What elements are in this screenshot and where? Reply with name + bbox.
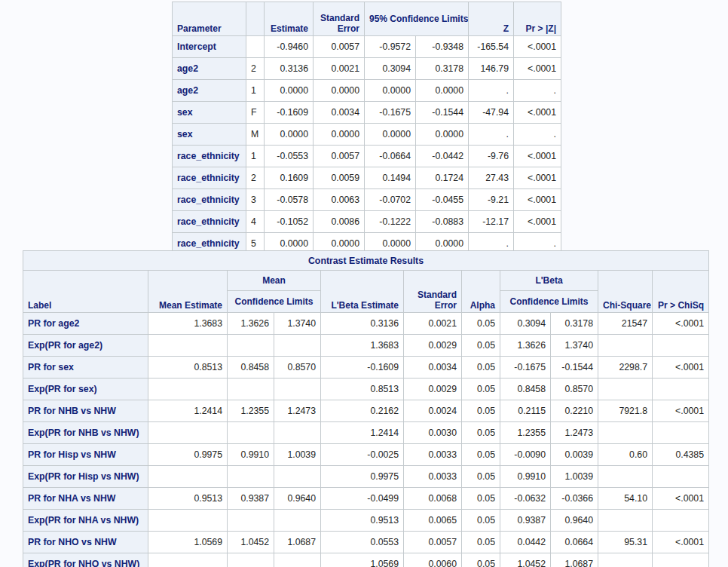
cell-estimate: 0.0000 <box>265 80 314 102</box>
table-header-group-row: Label Mean Estimate Mean L'Beta Estimate… <box>23 271 709 291</box>
cell-stderr: 0.0057 <box>314 146 365 167</box>
cell-mean_est <box>148 553 228 567</box>
cell-cl2: -0.0883 <box>416 211 469 233</box>
cell-stderr: 0.0029 <box>404 379 462 400</box>
cell-chisq: 95.31 <box>598 532 653 553</box>
cell-mean_est: 1.0569 <box>148 532 228 553</box>
cell-mcl1: 0.9910 <box>228 444 274 466</box>
cell-mcl2 <box>274 553 321 567</box>
cell-label: Exp(PR for NHO vs NHW) <box>23 553 148 567</box>
cell-lbeta_est: 0.9513 <box>321 510 404 532</box>
column-header-estimate: Estimate <box>265 2 314 36</box>
table-row: Exp(PR for NHB vs NHW)1.24140.00300.051.… <box>23 422 709 444</box>
cell-mcl1 <box>228 553 274 567</box>
cell-alpha: 0.05 <box>462 553 500 567</box>
cell-parameter: sex <box>173 102 246 124</box>
cell-lcl1: 0.0442 <box>500 532 551 553</box>
cell-alpha: 0.05 <box>462 444 500 466</box>
column-group-header-mean: Mean <box>228 271 321 291</box>
cell-cl1: 0.1494 <box>365 167 416 189</box>
cell-level <box>246 36 265 58</box>
cell-stderr: 0.0057 <box>314 36 365 58</box>
cell-mcl1: 1.3626 <box>228 313 274 335</box>
cell-lcl1: 0.3094 <box>500 313 551 335</box>
table-row: race_ethnicity1-0.05530.0057-0.0664-0.04… <box>173 146 561 167</box>
cell-cl1: 0.0000 <box>365 80 416 102</box>
cell-lcl1: -0.0090 <box>500 444 551 466</box>
cell-level: 4 <box>246 211 265 233</box>
cell-estimate: 0.3136 <box>265 58 314 80</box>
cell-cl2: -0.1544 <box>416 102 469 124</box>
cell-estimate: -0.0553 <box>265 146 314 167</box>
table-row: PR for age21.36831.36261.37400.31360.002… <box>23 313 709 335</box>
cell-estimate: 0.0000 <box>265 124 314 146</box>
cell-mcl1 <box>228 510 274 532</box>
cell-parameter: sex <box>173 124 246 146</box>
cell-parameter: race_ethnicity <box>173 189 246 211</box>
cell-lcl1: 1.0452 <box>500 553 551 567</box>
cell-cl2: 0.3178 <box>416 58 469 80</box>
cell-chisq <box>598 466 653 488</box>
cell-cl2: 0.0000 <box>416 124 469 146</box>
cell-cl2: -0.9348 <box>416 36 469 58</box>
cell-label: Exp(PR for Hisp vs NHW) <box>23 466 148 488</box>
cell-mean_est <box>148 466 228 488</box>
cell-mcl1 <box>228 379 274 400</box>
cell-mean_est <box>148 379 228 400</box>
table-header-row: Parameter Estimate Standard Error 95% Co… <box>173 2 561 36</box>
cell-parameter: Intercept <box>173 36 246 58</box>
cell-pr: <.0001 <box>514 102 561 124</box>
table-row: sexF-0.16090.0034-0.1675-0.1544-47.94<.0… <box>173 102 561 124</box>
cell-z: -165.54 <box>469 36 514 58</box>
column-header-level <box>246 2 265 36</box>
cell-alpha: 0.05 <box>462 466 500 488</box>
column-header-standard-error: Standard Error <box>314 2 365 36</box>
cell-mcl2 <box>274 335 321 357</box>
cell-cl2: -0.0455 <box>416 189 469 211</box>
cell-mcl2 <box>274 379 321 400</box>
cell-z: -12.17 <box>469 211 514 233</box>
cell-mean_est <box>148 335 228 357</box>
cell-pr: <.0001 <box>653 357 709 379</box>
cell-alpha: 0.05 <box>462 422 500 444</box>
cell-lcl1: 1.2355 <box>500 422 551 444</box>
cell-label: Exp(PR for NHA vs NHW) <box>23 510 148 532</box>
cell-estimate: -0.1052 <box>265 211 314 233</box>
table-row: PR for NHO vs NHW1.05691.04521.06870.055… <box>23 532 709 553</box>
cell-stderr: 0.0024 <box>404 400 462 422</box>
cell-pr: 0.4385 <box>653 444 709 466</box>
cell-z: 27.43 <box>469 167 514 189</box>
cell-label: PR for age2 <box>23 313 148 335</box>
cell-estimate: -0.9460 <box>265 36 314 58</box>
cell-lcl2: 1.0687 <box>551 553 598 567</box>
cell-stderr: 0.0030 <box>404 422 462 444</box>
cell-cl2: -0.0442 <box>416 146 469 167</box>
cell-pr: <.0001 <box>653 400 709 422</box>
cell-chisq: 7921.8 <box>598 400 653 422</box>
cell-cl1: -0.0664 <box>365 146 416 167</box>
cell-mean_est: 0.8513 <box>148 357 228 379</box>
cell-lcl2: 0.0664 <box>551 532 598 553</box>
cell-cl2: 0.1724 <box>416 167 469 189</box>
cell-stderr: 0.0057 <box>404 532 462 553</box>
cell-alpha: 0.05 <box>462 400 500 422</box>
column-header-mean-estimate: Mean Estimate <box>148 271 228 313</box>
column-header-lbeta-estimate: L'Beta Estimate <box>321 271 404 313</box>
cell-mcl1: 1.2355 <box>228 400 274 422</box>
cell-lbeta_est: 1.0569 <box>321 553 404 567</box>
cell-mcl1 <box>228 335 274 357</box>
cell-lbeta_est: 0.3136 <box>321 313 404 335</box>
cell-chisq: 21547 <box>598 313 653 335</box>
cell-lcl1: 0.2115 <box>500 400 551 422</box>
cell-mcl2: 1.3740 <box>274 313 321 335</box>
cell-mcl2: 1.0687 <box>274 532 321 553</box>
cell-mcl2 <box>274 422 321 444</box>
cell-pr: <.0001 <box>514 189 561 211</box>
parameter-estimates-table-container: Parameter Estimate Standard Error 95% Co… <box>172 2 561 255</box>
cell-lbeta_est: -0.0025 <box>321 444 404 466</box>
cell-stderr: 0.0068 <box>404 488 462 510</box>
cell-mcl1 <box>228 466 274 488</box>
cell-stderr: 0.0086 <box>314 211 365 233</box>
cell-lcl2: 0.2210 <box>551 400 598 422</box>
cell-pr <box>653 422 709 444</box>
